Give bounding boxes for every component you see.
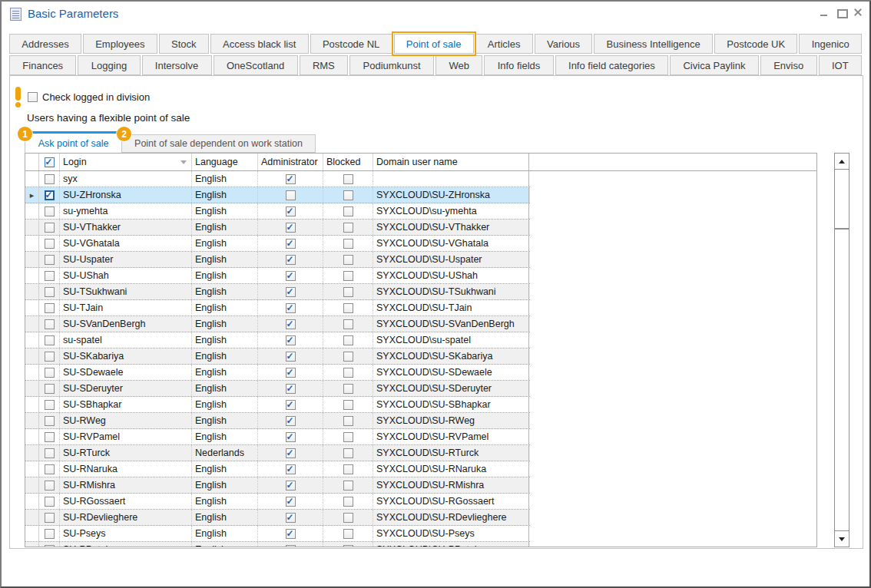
table-row[interactable]: SU-RTurckNederlandsSYXCLOUD\SU-RTurck [25, 445, 530, 461]
select-all-checkbox[interactable] [45, 157, 55, 167]
table-row[interactable]: su-ymehtaEnglishSYXCLOUD\su-ymehta [25, 203, 530, 220]
administrator-checkbox[interactable] [286, 416, 296, 426]
row-select-cell[interactable] [39, 316, 60, 332]
row-select-cell[interactable] [39, 510, 60, 525]
row-select-checkbox[interactable] [45, 448, 55, 458]
row-select-cell[interactable] [39, 477, 60, 493]
blocked-checkbox[interactable] [343, 255, 353, 265]
administrator-checkbox[interactable] [286, 400, 296, 410]
administrator-checkbox[interactable] [286, 255, 296, 265]
administrator-checkbox[interactable] [286, 303, 296, 313]
administrator-checkbox[interactable] [286, 287, 296, 297]
row-select-cell[interactable] [39, 284, 60, 299]
grid-vertical-scrollbar[interactable] [834, 153, 849, 547]
table-row[interactable]: SU-UspaterEnglishSYXCLOUD\SU-Uspater [25, 252, 530, 268]
table-row[interactable]: SU-RGossaertEnglishSYXCLOUD\SU-RGossaert [25, 494, 530, 510]
scrollbar-thumb[interactable] [835, 170, 849, 230]
tab-addresses[interactable]: Addresses [9, 34, 81, 54]
tab-info-field-categories[interactable]: Info field categories [555, 55, 668, 75]
row-select-checkbox[interactable] [45, 384, 55, 394]
tab-logging[interactable]: Logging [78, 55, 140, 75]
tab-postcode-uk[interactable]: Postcode UK [714, 34, 797, 54]
table-row[interactable]: SU-PPatelEnglishSYXCLOUD\SU-PPatel [25, 542, 530, 547]
scrollbar-down-icon[interactable] [835, 530, 849, 547]
tab-podiumkunst[interactable]: Podiumkunst [349, 55, 434, 75]
table-row[interactable]: SU-SDewaeleEnglishSYXCLOUD\SU-SDewaele [25, 365, 530, 381]
row-select-checkbox[interactable] [45, 303, 55, 313]
column-header-domain-user-name[interactable]: Domain user name [373, 154, 529, 170]
row-select-checkbox[interactable] [45, 368, 55, 378]
row-select-cell[interactable] [39, 332, 60, 348]
tab-ingenico[interactable]: Ingenico [799, 34, 862, 54]
tab-civica-paylink[interactable]: Civica Paylink [670, 55, 759, 75]
scrollbar-up-icon[interactable] [835, 154, 849, 170]
row-select-cell[interactable] [39, 171, 60, 187]
tab-rms[interactable]: RMS [300, 55, 349, 75]
blocked-checkbox[interactable] [343, 481, 353, 491]
table-row[interactable]: SU-RVPamelEnglishSYXCLOUD\SU-RVPamel [25, 429, 530, 445]
row-select-cell[interactable] [39, 187, 60, 203]
tab-access-black-list[interactable]: Access black list [210, 34, 309, 54]
close-icon[interactable] [853, 8, 863, 18]
row-select-cell[interactable] [39, 300, 60, 315]
blocked-checkbox[interactable] [343, 271, 353, 281]
column-header-language[interactable]: Language [192, 154, 258, 170]
blocked-checkbox[interactable] [343, 223, 353, 233]
row-select-checkbox[interactable] [45, 239, 55, 249]
row-select-cell[interactable] [39, 268, 60, 283]
row-select-cell[interactable] [39, 252, 60, 267]
row-select-cell[interactable] [39, 429, 60, 444]
administrator-checkbox[interactable] [286, 174, 296, 184]
checkbox-box[interactable] [28, 92, 38, 102]
administrator-checkbox[interactable] [286, 335, 296, 345]
administrator-checkbox[interactable] [286, 497, 296, 507]
subtab-ask-point-of-sale[interactable]: Ask point of sale [25, 131, 122, 153]
table-row[interactable]: SU-VThakkerEnglishSYXCLOUD\SU-VThakker [25, 220, 530, 236]
administrator-checkbox[interactable] [286, 448, 296, 458]
row-select-checkbox[interactable] [45, 206, 55, 216]
row-select-cell[interactable] [39, 236, 60, 251]
tab-various[interactable]: Various [535, 34, 593, 54]
administrator-checkbox[interactable] [286, 319, 296, 329]
blocked-checkbox[interactable] [343, 416, 353, 426]
administrator-checkbox[interactable] [286, 352, 296, 362]
table-row[interactable]: SU-VGhatalaEnglishSYXCLOUD\SU-VGhatala [25, 236, 530, 252]
table-row[interactable]: SU-TJainEnglishSYXCLOUD\SU-TJain [25, 300, 530, 316]
column-header-login[interactable]: Login [60, 154, 192, 170]
row-select-cell[interactable] [39, 381, 60, 396]
administrator-checkbox[interactable] [286, 529, 296, 539]
row-select-cell[interactable] [39, 461, 60, 477]
administrator-checkbox[interactable] [286, 271, 296, 281]
row-select-checkbox[interactable] [45, 481, 55, 491]
column-header-blocked[interactable]: Blocked [323, 154, 373, 170]
table-row[interactable]: SU-UShahEnglishSYXCLOUD\SU-UShah [25, 268, 530, 284]
tab-finances[interactable]: Finances [9, 55, 76, 75]
administrator-checkbox[interactable] [286, 545, 296, 548]
blocked-checkbox[interactable] [343, 352, 353, 362]
tab-enviso[interactable]: Enviso [760, 55, 817, 75]
administrator-checkbox[interactable] [286, 513, 296, 523]
tab-business-intelligence[interactable]: Business Intelligence [594, 34, 713, 54]
blocked-checkbox[interactable] [343, 384, 353, 394]
row-select-cell[interactable] [39, 542, 60, 547]
administrator-checkbox[interactable] [286, 464, 296, 474]
administrator-checkbox[interactable] [286, 206, 296, 216]
header-select-cell[interactable] [39, 154, 60, 170]
tab-articles[interactable]: Articles [475, 34, 533, 54]
tab-onescotland[interactable]: OneScotland [214, 55, 298, 75]
table-row[interactable]: SU-SKabariyaEnglishSYXCLOUD\SU-SKabariya [25, 349, 530, 365]
row-select-checkbox[interactable] [45, 271, 55, 281]
row-select-checkbox[interactable] [45, 287, 55, 297]
row-select-checkbox[interactable] [45, 513, 55, 523]
row-select-checkbox[interactable] [45, 400, 55, 410]
check-logged-in-division-checkbox[interactable]: Check logged in division [28, 91, 150, 103]
blocked-checkbox[interactable] [343, 545, 353, 548]
tab-point-of-sale[interactable]: Point of sale [394, 34, 474, 54]
row-select-checkbox[interactable] [45, 464, 55, 474]
row-select-cell[interactable] [39, 494, 60, 509]
row-select-cell[interactable] [39, 413, 60, 428]
administrator-checkbox[interactable] [286, 481, 296, 491]
row-select-checkbox[interactable] [45, 190, 55, 200]
blocked-checkbox[interactable] [343, 303, 353, 313]
blocked-checkbox[interactable] [343, 335, 353, 345]
